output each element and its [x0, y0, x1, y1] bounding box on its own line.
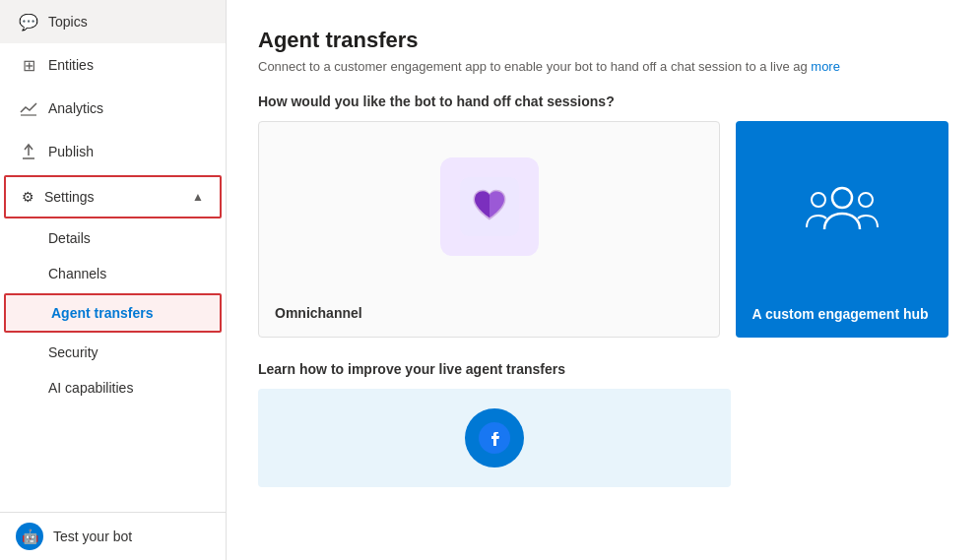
agent-transfers-label: Agent transfers: [51, 305, 153, 321]
subtitle-text: Connect to a customer engagement app to …: [258, 59, 808, 74]
hub-svg-icon: [803, 166, 882, 245]
settings-icon: ⚙: [22, 189, 34, 205]
sidebar-item-agent-transfers[interactable]: Agent transfers: [4, 293, 222, 333]
sidebar-item-security[interactable]: Security: [0, 335, 226, 370]
sidebar-item-topics-label: Topics: [48, 14, 88, 30]
svg-point-3: [832, 188, 852, 208]
sidebar-item-publish[interactable]: Publish: [0, 130, 226, 173]
learn-more-link[interactable]: more: [811, 59, 840, 74]
bot-avatar: 🤖: [16, 523, 43, 550]
svg-point-4: [812, 193, 825, 207]
page-subtitle: Connect to a customer engagement app to …: [258, 59, 948, 74]
sidebar-item-topics[interactable]: 💬 Topics: [0, 0, 226, 43]
hand-off-label: How would you like the bot to hand off c…: [258, 93, 948, 109]
learn-card[interactable]: [258, 389, 731, 487]
omnichannel-logo-area: [275, 138, 703, 276]
learn-icon: [465, 408, 524, 467]
security-label: Security: [48, 344, 98, 360]
main-content: Agent transfers Connect to a customer en…: [227, 0, 980, 560]
channels-label: Channels: [48, 266, 106, 281]
publish-icon: [19, 142, 38, 161]
omnichannel-label: Omnichannel: [275, 305, 703, 321]
test-bot-label: Test your bot: [53, 529, 132, 544]
settings-subnav: Details Channels Agent transfers Securit…: [0, 220, 226, 405]
hub-icon-area: [751, 137, 933, 275]
sidebar-item-publish-label: Publish: [48, 144, 94, 159]
chevron-up-icon: ▲: [192, 190, 204, 204]
sidebar-item-analytics[interactable]: Analytics: [0, 87, 226, 130]
sidebar: 💬 Topics ⊞ Entities Analytics: [0, 0, 227, 560]
settings-left: ⚙ Settings: [22, 189, 95, 205]
learn-svg-icon: [477, 420, 512, 456]
sidebar-item-settings[interactable]: ⚙ Settings ▲: [4, 175, 222, 218]
sidebar-scroll: 💬 Topics ⊞ Entities Analytics: [0, 0, 226, 512]
sidebar-item-entities[interactable]: ⊞ Entities: [0, 43, 226, 87]
sidebar-settings-label: Settings: [44, 189, 95, 205]
test-your-bot[interactable]: 🤖 Test your bot: [0, 512, 226, 560]
cards-row: Omnichannel: [258, 121, 948, 338]
page-title: Agent transfers: [258, 28, 948, 53]
custom-hub-card[interactable]: A custom engagement hub: [736, 121, 948, 338]
omnichannel-logo: [440, 157, 539, 256]
sidebar-item-ai-capabilities[interactable]: AI capabilities: [0, 370, 226, 405]
topics-icon: 💬: [19, 12, 38, 31]
omnichannel-card[interactable]: Omnichannel: [258, 121, 720, 338]
custom-hub-label: A custom engagement hub: [751, 306, 933, 322]
learn-section-label: Learn how to improve your live agent tra…: [258, 361, 948, 377]
svg-point-5: [859, 193, 873, 207]
ai-capabilities-label: AI capabilities: [48, 380, 133, 396]
sidebar-item-entities-label: Entities: [48, 57, 94, 73]
entities-icon: ⊞: [19, 55, 38, 75]
omnichannel-svg-icon: [460, 177, 519, 236]
sidebar-item-analytics-label: Analytics: [48, 100, 103, 116]
analytics-icon: [19, 98, 38, 118]
sidebar-item-details[interactable]: Details: [0, 220, 226, 256]
sidebar-item-channels[interactable]: Channels: [0, 256, 226, 291]
details-label: Details: [48, 230, 91, 246]
hub-icon: [803, 166, 882, 245]
